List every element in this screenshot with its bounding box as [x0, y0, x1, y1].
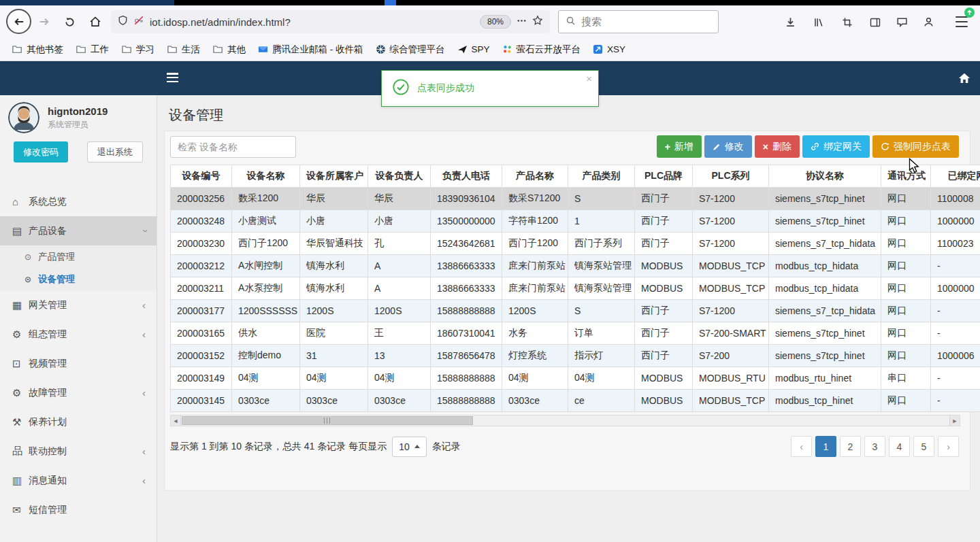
sidebar-subitem[interactable]: ⊙设备管理: [0, 268, 157, 290]
sidebar-item[interactable]: ⚙组态管理‹: [0, 320, 157, 349]
reload-button[interactable]: [63, 15, 76, 29]
bookmark-item[interactable]: 其他: [206, 41, 252, 58]
next-page-button[interactable]: ›: [938, 436, 959, 457]
account-icon[interactable]: [922, 16, 935, 29]
delete-button[interactable]: ×删除: [755, 135, 800, 158]
page-button[interactable]: 3: [864, 436, 885, 457]
folder-icon: [12, 44, 22, 54]
table-row[interactable]: 200003248小唐测试小唐小唐13500000000字符串12001西门子S…: [171, 210, 980, 233]
page-button[interactable]: 5: [913, 436, 934, 457]
table-row[interactable]: 2000031450303ce0303ce0303ce1588888888803…: [171, 390, 980, 412]
scrollbar-grip: [324, 418, 331, 424]
pagination-bar: 显示第 1 到第 10 条记录，总共 41 条记录 每页显示 10 条记录 ‹1…: [170, 436, 959, 457]
table-row[interactable]: 20000314904测04测04测1588888888804测04测MODBU…: [171, 367, 980, 390]
sidebar-item[interactable]: ⊡视频管理: [0, 349, 157, 378]
toast-close-icon[interactable]: ×: [586, 73, 592, 84]
bookmark-item[interactable]: 腾讯企业邮箱 - 收件箱: [252, 41, 370, 58]
app-home-icon[interactable]: [958, 72, 970, 84]
column-header[interactable]: PLC系列: [693, 165, 769, 188]
table-row[interactable]: 200003211A水泵控制镇海水利A13886663333庶来门前泵站镇海泵站…: [171, 277, 980, 300]
chat-bubble-icon[interactable]: [896, 16, 909, 29]
success-check-icon: [393, 79, 409, 98]
sidebar-collapse-icon[interactable]: [167, 73, 178, 82]
bookmark-label: 其他: [227, 44, 246, 56]
page-size-select[interactable]: 10: [392, 437, 427, 457]
edit-button[interactable]: 修改: [704, 135, 752, 158]
screenshot-icon[interactable]: [840, 16, 853, 29]
table-row[interactable]: 200003256数采1200华辰华辰18390936104数采S71200S西…: [171, 188, 980, 210]
scrollbar-thumb[interactable]: [182, 416, 473, 425]
column-header[interactable]: 产品名称: [502, 165, 568, 188]
bookmark-item[interactable]: XSY: [587, 41, 632, 57]
column-header[interactable]: 设备编号: [171, 165, 232, 188]
url-text[interactable]: iot.idosp.net/admin/index.html?: [150, 16, 474, 28]
sidebar-item[interactable]: ⚒保养计划: [0, 407, 157, 437]
sidebar-item[interactable]: ⌂系统总览: [0, 187, 157, 216]
column-header[interactable]: 设备负责人: [368, 165, 431, 188]
sidebar-item[interactable]: ▦网关管理‹: [0, 290, 157, 320]
shield-icon[interactable]: [118, 15, 128, 29]
sidebar-item[interactable]: 品联动控制‹: [0, 437, 157, 466]
forward-button[interactable]: [37, 15, 51, 29]
link-icon: [811, 142, 819, 151]
logout-button[interactable]: 退出系统: [87, 141, 143, 163]
scroll-left-arrow[interactable]: ◄: [171, 416, 181, 426]
table-cell: 0303ce: [300, 390, 368, 412]
table-row[interactable]: 200003230西门子1200华辰智通科技孔15243642681西门子120…: [171, 233, 980, 255]
home-button[interactable]: [88, 15, 102, 29]
browser-search-bar[interactable]: 搜索: [558, 10, 719, 33]
column-header[interactable]: 产品类别: [568, 165, 635, 188]
folder-icon: [212, 44, 223, 54]
column-header[interactable]: 负责人电话: [431, 165, 502, 188]
sidebar-toggle-icon[interactable]: [868, 16, 881, 29]
column-header[interactable]: 设备名称: [232, 165, 300, 188]
insecure-lock-icon[interactable]: [133, 15, 144, 29]
scroll-right-arrow[interactable]: ►: [949, 416, 960, 426]
table-cell: 1000006: [931, 345, 980, 367]
back-button[interactable]: [6, 9, 31, 34]
device-search-input[interactable]: [170, 136, 296, 158]
sidebar-item-label: 消息通知: [29, 475, 67, 487]
table-row[interactable]: 200003152控制demo311315878656478灯控系统指示灯西门子…: [171, 345, 980, 367]
page-actions-icon[interactable]: [517, 16, 527, 29]
column-header[interactable]: 设备所属客户: [300, 165, 368, 188]
table-row[interactable]: 200003212A水闸控制镇海水利A13886663333庶来门前泵站镇海泵站…: [171, 255, 980, 277]
column-header[interactable]: 通讯方式: [881, 165, 931, 188]
zoom-level-badge[interactable]: 80%: [480, 15, 511, 29]
prev-page-button[interactable]: ‹: [791, 436, 812, 457]
sidebar-menu: ⌂系统总览▤产品设备‹⊙产品管理⊙设备管理▦网关管理‹⚙组态管理‹⊡视频管理⚙故…: [0, 187, 157, 524]
bookmark-item[interactable]: 萤石云开放平台: [496, 41, 587, 58]
bookmark-item[interactable]: SPY: [451, 41, 496, 57]
change-password-button[interactable]: 修改密码: [14, 141, 68, 163]
sidebar-item[interactable]: ⚙故障管理‹: [0, 378, 157, 407]
sidebar-subitem[interactable]: ⊙产品管理: [0, 245, 157, 268]
page-button[interactable]: 4: [889, 436, 910, 457]
column-header[interactable]: 协议名称: [769, 165, 881, 188]
table-cell: modbus_rtu_hinet: [769, 367, 881, 390]
sidebar-item[interactable]: ✉短信管理: [0, 495, 157, 524]
bookmark-star-icon[interactable]: [532, 15, 543, 29]
bind-gateway-button[interactable]: 绑定网关: [802, 135, 870, 158]
table-row[interactable]: 2000031771200SSSSSS1200S1200S15888888888…: [171, 300, 980, 322]
table-cell: 0303ce: [502, 390, 568, 412]
download-icon[interactable]: [784, 16, 797, 29]
force-sync-button[interactable]: 强制同步点表: [872, 135, 959, 158]
address-bar[interactable]: iot.idosp.net/admin/index.html? 80%: [111, 10, 550, 33]
horizontal-scrollbar[interactable]: ◄ ►: [170, 415, 960, 426]
sidebar-item[interactable]: ▤产品设备‹: [0, 216, 157, 245]
bookmark-item[interactable]: 工作: [69, 41, 115, 58]
menu-button[interactable]: [956, 16, 968, 27]
table-cell: siemens_s7tcp_hinet: [769, 345, 881, 367]
add-button[interactable]: +新增: [657, 135, 702, 158]
sidebar-item[interactable]: ▥消息通知‹: [0, 466, 157, 495]
bookmark-item[interactable]: 学习: [115, 41, 161, 58]
column-header[interactable]: PLC品牌: [635, 165, 693, 188]
bookmark-item[interactable]: 综合管理平台: [370, 41, 451, 58]
page-button[interactable]: 1: [815, 436, 836, 457]
column-header[interactable]: 已绑定网关: [931, 165, 980, 188]
table-row[interactable]: 200003165供水医院王18607310041水务订单西门子S7-200-S…: [171, 322, 980, 345]
page-button[interactable]: 2: [840, 436, 861, 457]
library-icon[interactable]: [812, 16, 825, 29]
bookmark-item[interactable]: 生活: [161, 41, 206, 58]
bookmark-item[interactable]: 其他书签: [5, 41, 69, 58]
